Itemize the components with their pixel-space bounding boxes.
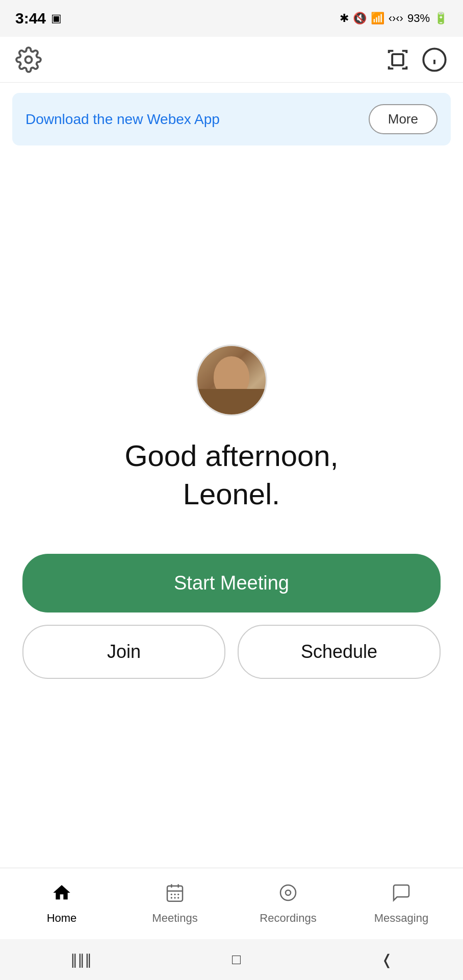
nav-meetings[interactable]: Meetings [118, 883, 232, 925]
status-bar-right: ✱ 🔇 📶 ‹›‹› 93% 🔋 [340, 12, 448, 25]
greeting: Good afternoon, Leonel. [124, 436, 338, 513]
svg-rect-5 [167, 886, 183, 901]
greeting-text: Good afternoon, Leonel. [124, 436, 338, 513]
bluetooth-icon: ✱ [340, 12, 349, 25]
back-icon[interactable]: ❬ [381, 951, 393, 968]
avatar [196, 345, 267, 416]
recordings-icon [278, 883, 298, 908]
battery-percent: 93% [407, 12, 430, 25]
nav-recordings-label: Recordings [260, 912, 316, 925]
home-icon [52, 883, 72, 908]
start-meeting-button[interactable]: Start Meeting [22, 554, 441, 612]
nav-meetings-label: Meetings [152, 912, 197, 925]
banner-text: Download the new Webex App [25, 111, 220, 128]
recents-icon[interactable]: ∥∥∥ [70, 951, 92, 968]
nav-home[interactable]: Home [5, 883, 118, 925]
wifi-icon: 📶 [371, 12, 384, 25]
banner-more-button[interactable]: More [369, 104, 438, 134]
home-system-icon[interactable]: □ [232, 951, 241, 968]
svg-point-16 [286, 890, 291, 895]
header-left [15, 46, 42, 73]
avatar-container [196, 345, 267, 416]
messaging-icon [391, 883, 411, 908]
action-buttons: Start Meeting Join Schedule [22, 554, 441, 679]
nav-home-label: Home [47, 912, 77, 925]
status-time: 3:44 [15, 10, 46, 27]
greeting-line2: Leonel. [183, 477, 280, 510]
status-bar: 3:44 ▣ ✱ 🔇 📶 ‹›‹› 93% 🔋 [0, 0, 463, 37]
meetings-icon [165, 883, 185, 908]
header [0, 37, 463, 83]
main-content: Good afternoon, Leonel. Start Meeting Jo… [0, 156, 463, 868]
header-right [384, 46, 448, 73]
system-nav: ∥∥∥ □ ❬ [0, 939, 463, 980]
gear-icon[interactable] [15, 46, 42, 73]
scan-icon[interactable] [384, 46, 411, 73]
sound-icon: 🔇 [353, 12, 367, 25]
camera-status-icon: ▣ [51, 12, 62, 25]
svg-point-15 [280, 885, 296, 900]
svg-rect-1 [392, 54, 403, 65]
info-icon[interactable] [421, 46, 448, 73]
schedule-button[interactable]: Schedule [238, 625, 441, 679]
avatar-image [197, 346, 266, 414]
nav-messaging-label: Messaging [374, 912, 428, 925]
join-button[interactable]: Join [22, 625, 225, 679]
bottom-nav: Home Meetings Recordings [0, 868, 463, 939]
greeting-line1: Good afternoon, [124, 439, 338, 472]
status-bar-left: 3:44 ▣ [15, 10, 62, 27]
nav-recordings[interactable]: Recordings [232, 883, 345, 925]
download-banner: Download the new Webex App More [12, 93, 451, 145]
battery-icon: 🔋 [434, 12, 448, 25]
signal-icon: ‹›‹› [389, 12, 403, 25]
svg-point-0 [25, 56, 32, 63]
nav-messaging[interactable]: Messaging [345, 883, 458, 925]
secondary-buttons: Join Schedule [22, 625, 441, 679]
